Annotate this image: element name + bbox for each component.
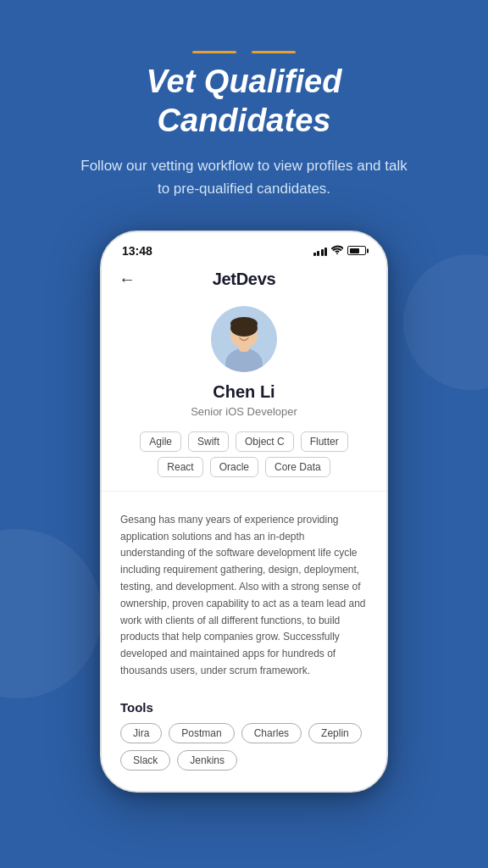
app-navbar: ← JetDevs: [102, 263, 386, 299]
back-button[interactable]: ←: [119, 270, 136, 289]
wifi-icon: [331, 245, 343, 257]
title-line-right: [252, 51, 296, 53]
tool-slack: Slack: [120, 750, 170, 771]
tool-jenkins: Jenkins: [177, 750, 237, 771]
svg-point-7: [247, 331, 251, 335]
tool-postman: Postman: [169, 723, 234, 743]
main-headline: Vet Qualified Candidates: [133, 63, 356, 140]
status-icons: [313, 245, 367, 257]
app-title: JetDevs: [213, 270, 276, 289]
tool-zeplin: Zeplin: [308, 723, 362, 743]
tools-row2: Slack Jenkins: [120, 750, 368, 771]
subtitle-text: Follow our vetting workflow to view prof…: [58, 155, 430, 200]
svg-point-6: [237, 331, 241, 335]
tag-react: React: [158, 457, 202, 477]
tool-jira: Jira: [120, 723, 162, 743]
tools-row1: Jira Postman Charles Zeplin: [120, 723, 368, 743]
skill-tags-row1: Agile Swift Object C Flutter: [140, 431, 347, 452]
tag-objectc: Object C: [236, 431, 294, 452]
battery-icon: [347, 246, 366, 255]
title-row: [0, 44, 488, 59]
bg-deco-right: [403, 254, 488, 390]
tag-oracle: Oracle: [210, 457, 258, 477]
bg-deco-left: [0, 529, 102, 698]
tools-section: Tools Jira Postman Charles Zeplin Slack …: [102, 688, 386, 791]
divider1: [102, 491, 386, 492]
tag-flutter: Flutter: [301, 431, 348, 452]
headline-line1: Vet Qualified: [147, 64, 342, 99]
skill-tags-row2: React Oracle Core Data: [158, 457, 330, 477]
tag-coredata: Core Data: [265, 457, 330, 477]
title-line-left: [192, 51, 236, 53]
headline-line2: Candidates: [158, 103, 331, 138]
status-bar: 13:48: [102, 232, 386, 263]
profile-role: Senior iOS Developer: [191, 405, 297, 418]
page-container: Vet Qualified Candidates Follow our vett…: [0, 0, 488, 868]
signal-bars-icon: [313, 246, 328, 256]
tools-label: Tools: [120, 700, 368, 715]
phone-mockup: 13:48: [100, 231, 388, 793]
tool-charles: Charles: [241, 723, 302, 743]
tag-agile: Agile: [140, 431, 181, 452]
description-text: Gesang has many years of experience prov…: [120, 512, 368, 680]
profile-name: Chen Li: [213, 382, 274, 402]
avatar-image: [211, 306, 277, 372]
tag-swift: Swift: [188, 431, 229, 452]
status-time: 13:48: [122, 244, 152, 258]
avatar: [211, 306, 277, 372]
svg-point-5: [230, 320, 258, 337]
description-section: Gesang has many years of experience prov…: [102, 497, 386, 688]
profile-section: Chen Li Senior iOS Developer Agile Swift…: [102, 299, 386, 482]
